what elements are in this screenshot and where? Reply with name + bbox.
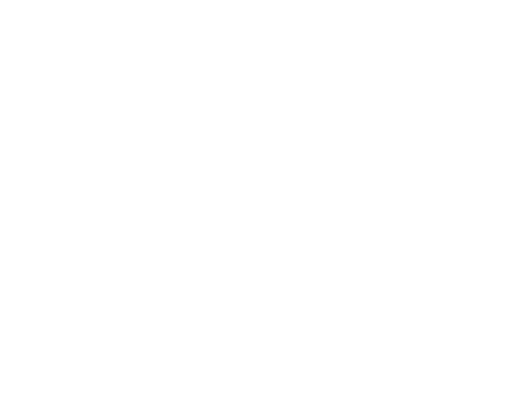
correlation-plot	[0, 0, 532, 399]
figure	[0, 0, 532, 399]
